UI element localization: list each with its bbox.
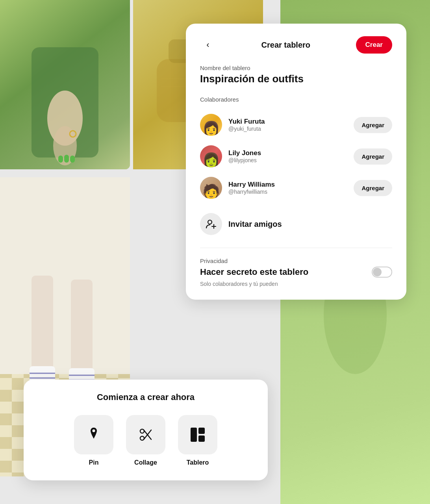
collab-name-lily: Lily Jones: [228, 149, 354, 157]
action-item-pin[interactable]: Pin: [74, 415, 113, 466]
tablero-label: Tablero: [187, 459, 209, 466]
svg-rect-42: [198, 435, 205, 442]
modal-header: ‹ Crear tablero Crear: [200, 36, 392, 54]
divider: [200, 248, 392, 248]
privacy-title: Hacer secreto este tablero: [200, 267, 308, 277]
collage-label: Collage: [134, 459, 157, 466]
collaborator-row-lily: Lily Jones @lilypjones Agregar: [200, 141, 392, 172]
collaborators-label: Colaboradores: [200, 96, 392, 103]
privacy-section: Privacidad Hacer secreto este tablero So…: [200, 250, 392, 287]
collaborator-row-harry: Harry Williams @harryfwilliams Agregar: [200, 172, 392, 204]
board-name-value: Inspiración de outfits: [200, 73, 392, 85]
tablero-icon-box: [178, 415, 217, 454]
collab-handle-yuki: @yuki_furuta: [228, 126, 354, 132]
collab-handle-lily: @lilypjones: [228, 157, 354, 163]
crear-tablero-modal: ‹ Crear tablero Crear Nombre del tablero…: [186, 24, 406, 300]
privacy-toggle[interactable]: [372, 267, 392, 278]
svg-rect-6: [64, 155, 69, 163]
board-icon: [189, 426, 206, 443]
invite-friends-row[interactable]: Invitar amigos: [200, 207, 392, 241]
privacy-row: Hacer secreto este tablero: [200, 267, 392, 278]
collage-icon: [137, 426, 154, 443]
svg-rect-41: [198, 428, 205, 434]
svg-point-32: [208, 220, 212, 224]
action-item-tablero[interactable]: Tablero: [178, 415, 217, 466]
action-items: Pin Collage: [38, 415, 254, 466]
bg-image-top-left: [0, 0, 130, 169]
pin-icon-box: [74, 415, 113, 454]
invite-icon: [200, 213, 222, 235]
collab-handle-harry: @harryfwilliams: [228, 189, 354, 195]
svg-point-35: [93, 430, 95, 432]
collab-info-harry: Harry Williams @harryfwilliams: [228, 181, 354, 195]
agregar-button-harry[interactable]: Agregar: [354, 180, 392, 196]
svg-rect-40: [191, 428, 197, 442]
collab-name-harry: Harry Williams: [228, 181, 354, 189]
privacy-sub: Solo colaboradores y tú pueden: [200, 281, 392, 287]
back-button[interactable]: ‹: [200, 37, 216, 53]
board-name-label: Nombre del tablero: [200, 65, 392, 71]
svg-rect-7: [70, 156, 75, 163]
action-sheet-title: Comienza a crear ahora: [38, 392, 254, 402]
pin-icon: [85, 426, 102, 443]
action-item-collage[interactable]: Collage: [126, 415, 165, 466]
agregar-button-yuki[interactable]: Agregar: [354, 117, 392, 133]
collage-icon-box: [126, 415, 165, 454]
back-icon: ‹: [206, 40, 209, 50]
pin-label: Pin: [89, 459, 99, 466]
collab-info-lily: Lily Jones @lilypjones: [228, 149, 354, 163]
collab-name-yuki: Yuki Furuta: [228, 118, 354, 126]
collaborators-list: Yuki Furuta @yuki_furuta Agregar Lily Jo…: [200, 109, 392, 204]
agregar-button-lily[interactable]: Agregar: [354, 148, 392, 165]
invite-text: Invitar amigos: [228, 220, 282, 229]
collaborator-row-yuki: Yuki Furuta @yuki_furuta Agregar: [200, 109, 392, 141]
collab-info-yuki: Yuki Furuta @yuki_furuta: [228, 118, 354, 132]
avatar-yuki: [200, 114, 222, 136]
crear-button[interactable]: Crear: [356, 36, 392, 54]
svg-rect-5: [58, 156, 63, 163]
action-sheet: Comienza a crear ahora Pin: [24, 380, 268, 480]
avatar-harry: [200, 177, 222, 199]
modal-title: Crear tablero: [261, 41, 311, 50]
privacy-label: Privacidad: [200, 258, 392, 264]
avatar-lily: [200, 145, 222, 167]
